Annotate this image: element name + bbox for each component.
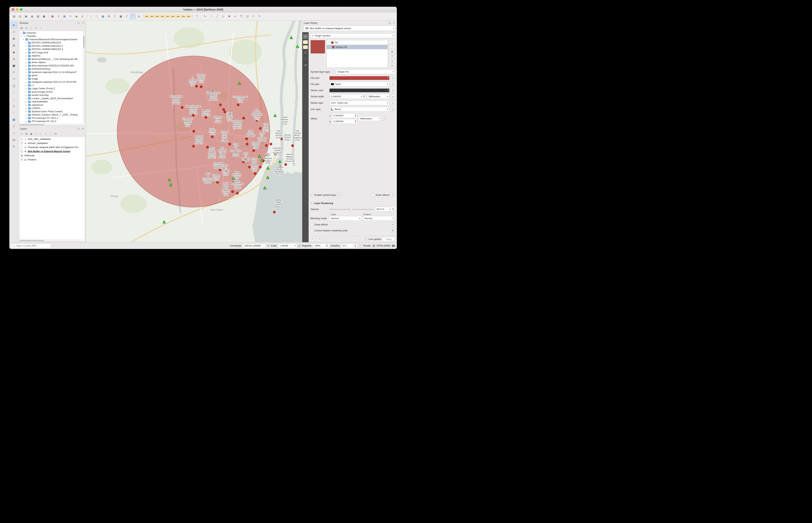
refresh-browser-icon[interactable]: ↻ xyxy=(24,26,29,30)
expander-icon[interactable] xyxy=(25,55,27,57)
spatial-bookmarks-icon[interactable]: ★ xyxy=(11,130,17,136)
layer-blend-combo[interactable]: Normal xyxy=(330,216,361,221)
symbol-layer-type-combo[interactable]: Simple Fill xyxy=(336,69,395,74)
browser-item[interactable]: /Volumes xyxy=(19,31,83,35)
zoom-last-icon[interactable]: ↶ xyxy=(11,69,17,75)
expander-icon[interactable] xyxy=(25,75,27,76)
browser-item[interactable]: openhouse xyxy=(19,103,83,107)
change-label-icon[interactable]: abc xyxy=(181,14,186,18)
control-rendering-order-checkbox[interactable] xyxy=(311,229,313,232)
pin-labels-icon[interactable]: abc xyxy=(160,14,165,18)
add-vector-layer-icon[interactable]: V xyxy=(56,14,61,19)
styling-redo-icon[interactable]: ↷ xyxy=(316,237,321,241)
layer-item[interactable]: ▦chemicals xyxy=(20,154,85,158)
browser-item[interactable]: 3413 large front xyxy=(19,51,83,54)
view-3d-icon[interactable]: ❒ xyxy=(303,50,308,55)
browser-item[interactable]: STG-backups-FF-130.0.1 xyxy=(19,116,83,120)
browser-item[interactable]: Stanford Doerr Photo Contest xyxy=(19,110,83,113)
stroke-width-spinbox[interactable]: 0.260000 xyxy=(330,94,366,99)
data-defined-override-icon[interactable] xyxy=(391,107,395,111)
browser-item[interactable]: L7 xyxy=(19,84,83,87)
zoom-tools-icon[interactable]: ◎ xyxy=(136,14,142,19)
offset-unit-combo[interactable]: Millimeters xyxy=(359,116,381,121)
spinner-icon[interactable] xyxy=(355,114,356,117)
minimize-window-button[interactable] xyxy=(16,8,18,11)
open-data-source-manager-icon[interactable]: ▩ xyxy=(50,14,55,19)
expander-icon[interactable] xyxy=(25,61,27,64)
expander-icon[interactable] xyxy=(25,107,27,109)
browser-item[interactable]: 0037301-240906103802322 xyxy=(19,41,83,44)
browser-float-icon[interactable] xyxy=(77,21,80,24)
expander-icon[interactable] xyxy=(25,49,27,50)
pan-to-selection-icon[interactable]: ✜ xyxy=(11,29,17,35)
locator-input[interactable] xyxy=(16,244,50,247)
layer-item[interactable]: ■5km Buffer on Edwood Magnet school xyxy=(20,149,85,154)
expander-icon[interactable] xyxy=(25,121,27,122)
layer-visibility-checkbox[interactable] xyxy=(20,142,23,145)
opacity-slider[interactable] xyxy=(330,208,374,211)
render-checkbox[interactable] xyxy=(359,245,362,247)
save-project-as-icon[interactable]: ▣ xyxy=(29,14,35,19)
stroke-style-combo[interactable]: Solid Line xyxy=(330,101,389,105)
opacity-slider-handle[interactable] xyxy=(350,208,353,211)
copy-features-icon[interactable]: ❐ xyxy=(239,14,244,19)
diagram-options-icon[interactable]: abc xyxy=(186,14,191,18)
fill-style-combo[interactable]: Solid xyxy=(330,82,389,87)
filter-browser-icon[interactable]: ▽ xyxy=(29,26,34,30)
expander-icon[interactable] xyxy=(25,97,27,100)
map-canvas[interactable]: WoodbridgeOrangeWest HavenNEW HAVENClare… xyxy=(86,21,302,242)
effects-options-icon[interactable] xyxy=(391,193,395,197)
crs-globe-icon[interactable] xyxy=(372,245,375,247)
zoom-in-icon[interactable]: ⊕ xyxy=(11,36,17,42)
expander-icon[interactable] xyxy=(25,78,27,80)
offset-x-spinbox[interactable]: 0.000000 xyxy=(332,113,357,118)
stroke-width-unit-combo[interactable]: Millimeters xyxy=(367,94,389,99)
expander-icon[interactable] xyxy=(25,68,27,70)
scale-combo[interactable]: 1:35334 xyxy=(278,244,297,248)
browser-item[interactable]: facebook-mapninja-2024-12-12-K3OvpAoF xyxy=(19,71,83,74)
select-features-icon[interactable]: ◻ xyxy=(11,96,17,102)
layer-item[interactable]: ▩Positron xyxy=(20,158,85,162)
history-icon[interactable]: ◷ xyxy=(303,63,308,68)
move-label-icon[interactable]: abc xyxy=(171,14,175,18)
zoom-to-selection-icon[interactable]: ◉ xyxy=(11,56,17,62)
browser-vertical-scrollbar[interactable] xyxy=(83,31,85,124)
scrollbar-thumb[interactable] xyxy=(20,124,44,125)
spinner-icon[interactable] xyxy=(326,245,328,247)
expander-icon[interactable] xyxy=(25,58,27,60)
move-symbol-layer-down-icon[interactable]: ▼ xyxy=(389,64,395,68)
browser-item[interactable]: Besitzverhältnisse _ 1.Die Verteilung de… xyxy=(19,57,83,61)
fill-color-button[interactable] xyxy=(330,76,389,80)
expander-icon[interactable] xyxy=(25,114,27,116)
duplicate-symbol-layer-icon[interactable]: ❐ xyxy=(389,54,395,58)
manage-map-themes-icon[interactable]: ◉ xyxy=(29,131,34,136)
map-tips-icon[interactable]: ❞ xyxy=(130,14,136,19)
project-save-icon[interactable]: ▣ xyxy=(23,14,29,19)
measure-line-icon[interactable]: ╱ xyxy=(11,123,17,129)
expander-icon[interactable] xyxy=(25,117,27,119)
measure-line-icon[interactable]: ╱ xyxy=(124,14,129,19)
browser-item[interactable]: image xyxy=(19,77,83,80)
scrollbar-thumb[interactable] xyxy=(20,240,44,241)
diagrams-icon[interactable]: ◔ xyxy=(303,56,308,61)
toggle-editing-icon[interactable]: ✎ xyxy=(208,14,214,19)
expander-icon[interactable] xyxy=(25,111,27,112)
expander-icon[interactable] xyxy=(25,85,27,86)
help-icon[interactable]: ? xyxy=(194,14,200,19)
filter-legend-icon[interactable]: ▽ xyxy=(34,131,38,136)
expander-icon[interactable] xyxy=(20,32,22,34)
browser-item[interactable]: Locator _Update_Q424_Documentation xyxy=(19,97,83,100)
attribute-tools-icon[interactable]: ▦ xyxy=(118,14,124,19)
symbol-tree-fill-row[interactable]: Fill xyxy=(327,40,388,45)
zoom-full-icon[interactable]: ◈ xyxy=(11,49,17,55)
data-defined-override-icon[interactable] xyxy=(391,101,395,105)
paste-features-icon[interactable]: ❏ xyxy=(244,14,250,19)
expander-icon[interactable] xyxy=(25,94,27,96)
new-geopackage-layer-icon[interactable]: ◆ xyxy=(74,14,79,19)
lock-symbol-layer-icon[interactable]: ▣ xyxy=(389,50,395,54)
filter-by-expression-icon[interactable]: ƒ xyxy=(39,131,43,136)
remove-layer-icon[interactable]: ⊟ xyxy=(53,131,58,136)
layer-labeling-options-icon[interactable]: abc xyxy=(144,14,149,18)
identify-features-icon[interactable]: i xyxy=(11,89,17,96)
delete-selected-icon[interactable]: ✖ xyxy=(226,14,232,19)
